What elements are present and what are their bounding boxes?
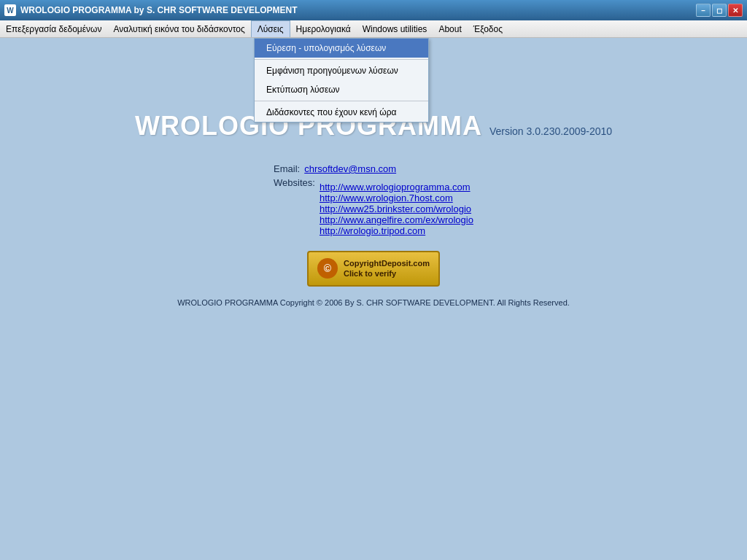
title-bar: W WROLOGIO PROGRAMMA by S. CHR SOFTWARE …: [0, 0, 747, 20]
dropdown-item-show-prev[interactable]: Εμφάνιση προηγούμενων λύσεων: [255, 61, 428, 80]
dropdown-item-print[interactable]: Εκτύπωση λύσεων: [255, 80, 428, 99]
website-link-2[interactable]: http://www25.brinkster.com/wrologio: [320, 203, 471, 214]
email-row: Email: chrsoftdev@msn.com: [274, 163, 396, 174]
restore-button[interactable]: ◻: [712, 4, 727, 17]
minimize-button[interactable]: –: [696, 4, 711, 17]
title-bar-controls: – ◻ ✕: [696, 4, 743, 17]
website-link-0[interactable]: http://www.wrologioprogramma.com: [320, 182, 471, 192]
lyseis-dropdown: Εύρεση - υπολογισμός λύσεων Εμφάνιση προ…: [254, 38, 429, 122]
website-link-1[interactable]: http://www.wrologion.7host.com: [320, 192, 453, 203]
dropdown-separator-2: [255, 101, 428, 101]
copyright-text: WROLOGIO PROGRAMMA Copyright © 2006 By S…: [177, 298, 570, 307]
title-bar-left: W WROLOGIO PROGRAMMA by S. CHR SOFTWARE …: [4, 4, 298, 16]
website-link-4[interactable]: http://wrologio.tripod.com: [320, 225, 425, 236]
copyright-badge[interactable]: © CopyrightDeposit.com Click to verify: [307, 251, 440, 287]
menu-item-exit[interactable]: Έξοδος: [468, 20, 508, 37]
websites-label: Websites:: [274, 177, 315, 236]
menu-item-about[interactable]: About: [433, 20, 467, 37]
dropdown-item-teachers-free[interactable]: Διδάσκοντες που έχουν κενή ώρα: [255, 103, 428, 122]
menu-item-windows-utilities[interactable]: Windows utilities: [357, 20, 433, 37]
copyright-badge-icon: ©: [317, 258, 338, 279]
info-section: Email: chrsoftdev@msn.com Websites: http…: [274, 163, 473, 236]
app-version: Version 3.0.230.2009-2010: [489, 125, 612, 137]
menu-item-edit-data[interactable]: Επεξεργασία δεδομένων: [0, 20, 107, 37]
close-button[interactable]: ✕: [728, 4, 743, 17]
copyright-badge-text: CopyrightDeposit.com Click to verify: [344, 258, 430, 279]
email-link[interactable]: chrsoftdev@msn.com: [304, 163, 396, 174]
dropdown-separator-1: [255, 59, 428, 60]
app-icon: W: [4, 4, 16, 16]
menu-item-lyseis[interactable]: Λύσεις: [251, 20, 290, 37]
websites-section: http://www.wrologioprogramma.com http://…: [320, 182, 473, 236]
dropdown-item-find-calc[interactable]: Εύρεση - υπολογισμός λύσεων: [255, 39, 428, 58]
window-title: WROLOGIO PROGRAMMA by S. CHR SOFTWARE DE…: [20, 5, 298, 15]
email-label: Email:: [274, 163, 300, 174]
websites-row: Websites: http://www.wrologioprogramma.c…: [274, 177, 473, 236]
menu-item-detail-view[interactable]: Αναλυτική εικόνα του διδάσκοντος: [107, 20, 250, 37]
menu-item-calendar[interactable]: Ημερολογιακά: [290, 20, 357, 37]
website-link-3[interactable]: http://www.angelfire.com/ex/wrologio: [320, 214, 473, 225]
menu-bar: Επεξεργασία δεδομένων Αναλυτική εικόνα τ…: [0, 20, 747, 38]
